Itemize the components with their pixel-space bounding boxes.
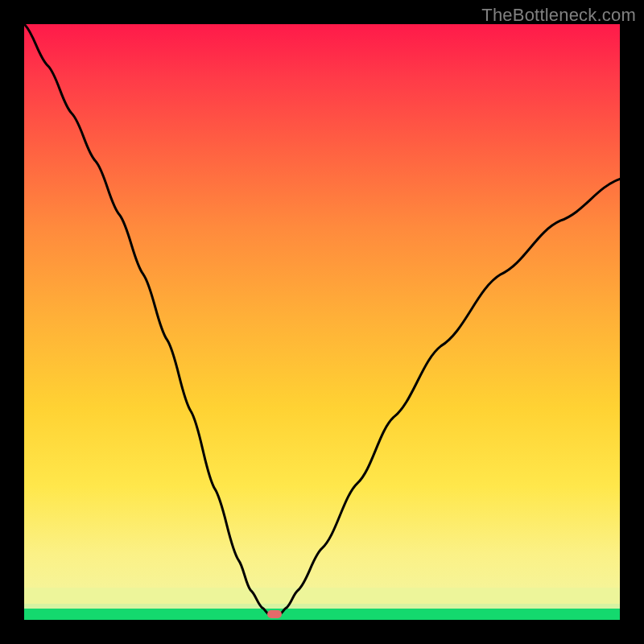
watermark-text: TheBottleneck.com — [481, 5, 636, 26]
bottleneck-curve — [24, 24, 620, 620]
outer-frame: TheBottleneck.com — [0, 0, 644, 644]
notch-marker — [267, 610, 282, 618]
